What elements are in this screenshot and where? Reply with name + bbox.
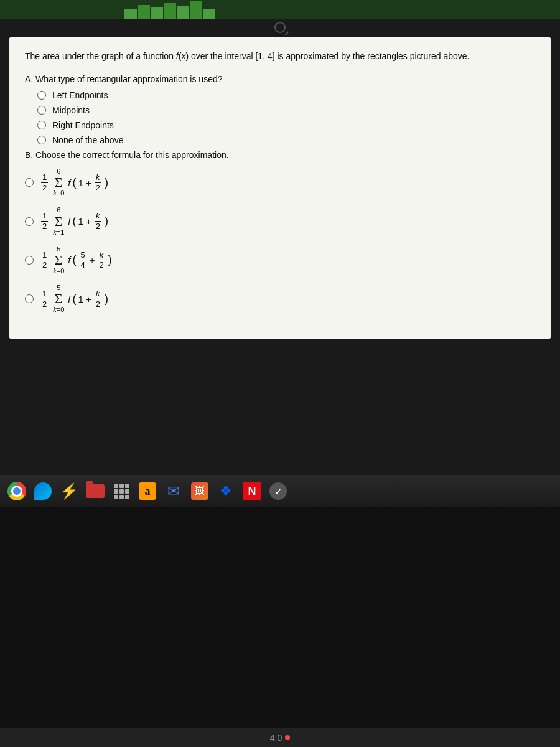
search-area[interactable] (274, 22, 286, 33)
option-none-label: None of the above (52, 135, 123, 145)
bottom-dark-area (0, 507, 560, 747)
option-left-label: Left Endpoints (52, 90, 108, 100)
dropbox-icon: ❖ (220, 483, 232, 499)
top-chart (0, 0, 560, 19)
formula-4: 1 2 5 Σ k=0 f ( 1 + k 2 ) (40, 284, 108, 314)
chart-bar (190, 1, 202, 19)
taskbar-edge[interactable] (31, 479, 55, 503)
chart-bar (164, 3, 176, 19)
chrome-icon (7, 482, 26, 500)
question-intro: The area under the graph of a function f… (25, 50, 535, 63)
taskbar-chrome[interactable] (5, 479, 29, 503)
status-time: 4:0 (270, 733, 282, 743)
option-right-endpoints[interactable]: Right Endpoints (37, 120, 535, 130)
taskbar-netflix[interactable]: N (240, 479, 264, 503)
status-notification-dot (285, 735, 290, 740)
chart-bar (138, 5, 150, 19)
photo-icon: 🖼 (191, 482, 208, 500)
formula-2: 1 2 6 Σ k=1 f ( 1 + k 2 ) (40, 206, 108, 236)
option-left-endpoints[interactable]: Left Endpoints (37, 90, 535, 100)
radio-formula-3[interactable] (25, 256, 34, 265)
main-content-panel: The area under the graph of a function f… (9, 37, 551, 339)
taskbar-check[interactable]: ✓ (266, 479, 290, 503)
radio-none[interactable] (37, 136, 46, 144)
formula-1: 1 2 6 Σ k=0 f ( 1 + k 2 ) (40, 167, 108, 197)
status-bar: 4:0 (0, 728, 560, 747)
amazon-icon: a (139, 482, 156, 500)
formula-3: 1 2 5 Σ k=0 f ( 5 4 + k 2 ) (40, 245, 112, 275)
taskbar-dropbox[interactable]: ❖ (214, 479, 238, 503)
section-a-label: A. What type of rectangular approximatio… (25, 74, 535, 84)
taskbar-lightning[interactable]: ⚡ (57, 479, 81, 503)
chart-bar (124, 9, 137, 19)
formula-option-1[interactable]: 1 2 6 Σ k=0 f ( 1 + k 2 ) (25, 167, 535, 197)
taskbar-grid[interactable] (110, 479, 133, 503)
section-b-label: B. Choose the correct formula for this a… (25, 150, 535, 160)
taskbar-email[interactable]: ✉ (162, 479, 185, 503)
taskbar: ⚡ a ✉ 🖼 ❖ N ✓ (0, 475, 560, 507)
search-icon[interactable] (274, 22, 286, 33)
chart-bar (151, 7, 163, 19)
option-right-label: Right Endpoints (52, 120, 114, 130)
netflix-icon: N (243, 482, 261, 500)
check-icon: ✓ (269, 482, 287, 500)
radio-formula-1[interactable] (25, 178, 34, 187)
option-midpoints[interactable]: Midpoints (37, 105, 535, 115)
formula-option-2[interactable]: 1 2 6 Σ k=1 f ( 1 + k 2 ) (25, 206, 535, 236)
lightning-icon: ⚡ (60, 482, 78, 500)
email-icon: ✉ (167, 482, 180, 500)
folder-icon (86, 484, 105, 498)
radio-formula-4[interactable] (25, 294, 34, 303)
taskbar-folder[interactable] (83, 479, 107, 503)
section-a-options: Left Endpoints Midpoints Right Endpoints… (37, 90, 535, 145)
radio-formula-2[interactable] (25, 217, 34, 226)
chart-bar (203, 9, 215, 19)
option-mid-label: Midpoints (52, 105, 90, 115)
option-none-above[interactable]: None of the above (37, 135, 535, 145)
formula-option-3[interactable]: 1 2 5 Σ k=0 f ( 5 4 + k 2 ) (25, 245, 535, 275)
taskbar-amazon[interactable]: a (136, 479, 159, 503)
chart-bar (177, 6, 189, 19)
taskbar-photo[interactable]: 🖼 (188, 479, 212, 503)
radio-mid[interactable] (37, 106, 46, 115)
formula-option-4[interactable]: 1 2 5 Σ k=0 f ( 1 + k 2 ) (25, 284, 535, 314)
radio-right[interactable] (37, 121, 46, 129)
grid-icon (114, 484, 129, 499)
radio-left[interactable] (37, 91, 46, 100)
edge-icon (34, 482, 52, 500)
